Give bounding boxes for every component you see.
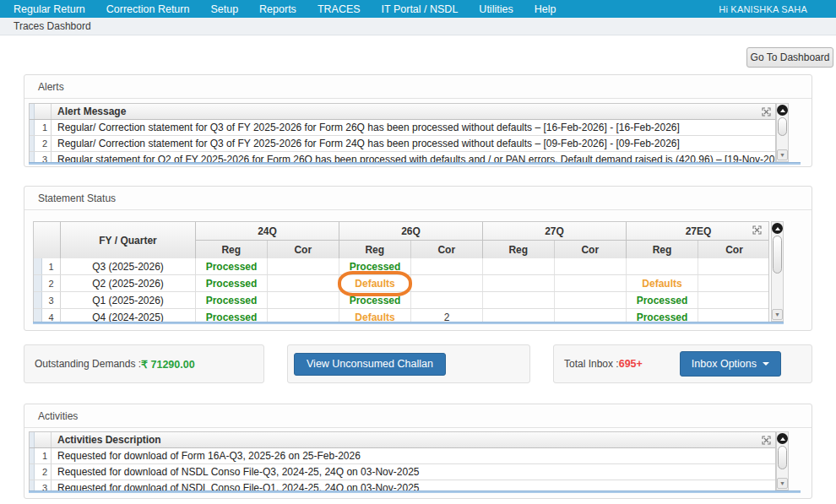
statement-row[interactable]: 4 Q4 (2024-2025) Processed Defaults 2 Pr… [34,309,768,322]
status-cell-24q-reg[interactable]: Processed [196,258,268,274]
status-cell-24q-cor [268,275,339,291]
nav-item-traces[interactable]: TRACES [318,3,361,15]
status-cell-26q-reg[interactable]: Processed [339,292,411,308]
status-cell-26q-reg[interactable]: Defaults [339,275,411,291]
quarter-cell: Q2 (2025-2026) [61,275,196,291]
status-cell-26q-cor[interactable]: 2 [411,309,483,322]
cor-header: Cor [411,241,483,258]
inbox-options-label: Inbox Options [692,358,757,370]
collapse-grid-button[interactable] [772,223,783,234]
vertical-scrollbar[interactable]: ▼ [771,221,784,322]
status-cell-24q-reg[interactable]: Processed [196,275,268,291]
caret-down-icon [763,362,769,366]
expand-grid-icon[interactable] [752,225,762,235]
cor-header: Cor [555,241,627,258]
row-header-strip [34,292,42,308]
statement-row[interactable]: 3 Q1 (2025-2026) Processed Processed Pro… [34,292,768,309]
scrollbar-thumb[interactable] [778,117,787,136]
collapse-grid-button[interactable] [777,433,788,444]
outstanding-demands-amount: ₹ 71290.00 [141,358,195,371]
status-cell-27q-cor [555,258,627,274]
scroll-down-button[interactable]: ▼ [777,478,788,489]
breadcrumb-bar: Traces Dashbord [0,18,836,35]
alerts-panel: Alerts Alert Message 1 Regular/ Correcti… [24,74,812,167]
scroll-down-button[interactable]: ▼ [777,149,788,160]
alert-row[interactable]: 1 Regular/ Correction statement for Q3 o… [30,120,775,136]
reg-header: Reg [627,241,698,258]
row-header-strip [34,275,42,291]
group-label: 24Q [196,222,339,241]
row-number: 3 [35,152,52,162]
activity-row[interactable]: 2 Requested for download of NSDL Conso F… [30,464,775,480]
row-number: 2 [42,275,61,291]
status-cell-27eq-reg[interactable]: Processed [627,309,698,322]
status-cell-24q-reg[interactable]: Processed [196,309,268,322]
activities-description-column-header: Activities Description [52,432,775,447]
outstanding-demands-box: Outstanding Demands : ₹ 71290.00 [24,344,264,383]
statement-status-panel: Statement Status FY / Quarter 24Q Reg Co… [24,186,812,331]
activity-description: Requested for download of Form 16A-Q3, 2… [52,448,775,463]
status-cell-26q-reg[interactable]: Processed [339,258,411,274]
statement-row[interactable]: 2 Q2 (2025-2026) Processed Defaults Defa… [34,275,768,292]
view-unconsumed-challan-button[interactable]: View Unconsumed Challan [294,353,446,376]
status-cell-26q-cor [411,258,483,274]
total-inbox-count: 695+ [619,358,643,370]
activity-row[interactable]: 3 Requested for download of NSDL Conso F… [30,480,775,490]
status-cell-27q-reg [483,275,555,291]
vertical-scrollbar[interactable]: ▼ [776,103,789,162]
divider [24,98,812,99]
vertical-scrollbar[interactable]: ▼ [776,431,789,490]
status-cell-24q-reg[interactable]: Processed [196,292,268,308]
alert-row[interactable]: 2 Regular/ Correction statement for Q3 o… [30,136,775,152]
nav-item-correction-return[interactable]: Correction Return [106,3,190,15]
activities-panel: Activities Activities Description 1 Requ… [24,404,812,499]
status-cell-27eq-reg[interactable]: Processed [627,292,698,308]
nav-item-it-portal-nsdl[interactable]: IT Portal / NSDL [382,3,459,15]
nav-item-help[interactable]: Help [535,3,556,15]
status-cell-27q-reg [483,292,555,308]
arrow-up-icon [780,437,785,441]
scrollbar-thumb[interactable] [778,446,787,469]
status-cell-27eq-reg[interactable]: Defaults [627,275,698,291]
status-cell-27q-cor [555,275,627,291]
row-number: 1 [35,120,52,135]
statement-status-title: Statement Status [24,187,812,204]
alert-row[interactable]: 3 Regular statement for Q2 of FY 2025-20… [30,152,775,162]
row-header-strip [34,258,42,274]
status-cell-26q-reg[interactable]: Defaults [339,309,411,322]
status-cell-27q-reg [483,309,555,322]
corner-cell [34,222,61,258]
form-group-27eq: 27EQ Reg Cor [627,222,769,258]
activity-row[interactable]: 1 Requested for download of Form 16A-Q3,… [30,448,775,464]
alert-message: Regular statement for Q2 of FY 2025-2026… [52,152,775,162]
nav-item-utilities[interactable]: Utilities [479,3,513,15]
arrow-up-icon [775,227,780,230]
status-cell-26q-cor [411,275,483,291]
alerts-header-row: Alert Message [30,104,775,120]
activities-grid: Activities Description 1 Requested for d… [29,431,776,490]
inbox-options-button[interactable]: Inbox Options [680,351,781,377]
status-cell-27eq-cor [698,258,769,274]
collapse-grid-button[interactable] [777,105,788,116]
row-header-strip [34,309,42,322]
scrollbar-track[interactable] [777,116,788,149]
nav-item-regular-return[interactable]: Regular Return [14,3,85,15]
scrollbar-track[interactable] [777,444,788,478]
scroll-down-button[interactable]: ▼ [772,309,783,320]
nav-item-reports[interactable]: Reports [259,3,296,15]
expand-grid-icon[interactable] [762,436,771,445]
cor-header: Cor [698,241,769,258]
nav-item-setup[interactable]: Setup [210,3,238,15]
scrollbar-track[interactable] [772,234,783,309]
row-number-header [35,432,52,447]
expand-grid-icon[interactable] [762,107,771,117]
go-to-dashboard-button[interactable]: Go To Dashboard [746,47,833,68]
alert-message: Regular/ Correction statement for Q3 of … [52,136,775,151]
row-number: 1 [42,258,61,274]
fy-quarter-header: FY / Quarter [61,222,196,258]
scrollbar-thumb[interactable] [773,236,782,274]
status-cell-27eq-cor [698,275,769,291]
breadcrumb: Traces Dashbord [14,20,91,32]
statement-row[interactable]: 1 Q3 (2025-2026) Processed Processed [34,258,768,275]
arrow-up-icon [780,109,785,112]
